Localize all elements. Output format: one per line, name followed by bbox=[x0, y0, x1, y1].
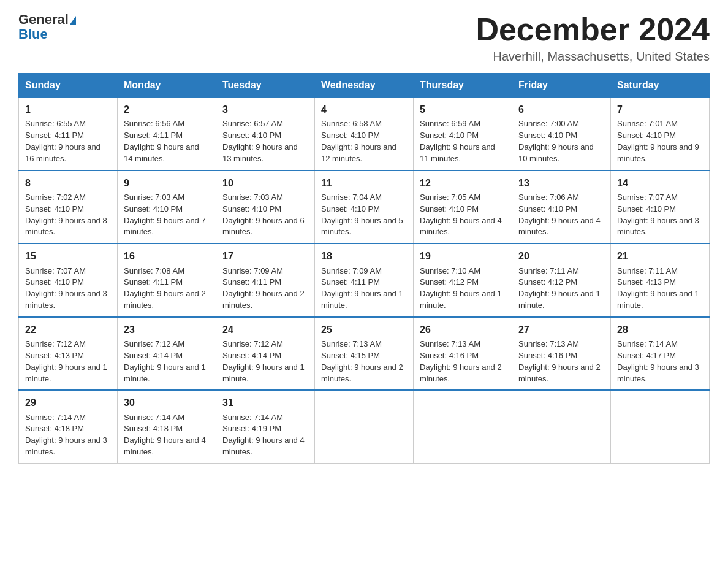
day-sunset: Sunset: 4:10 PM bbox=[420, 204, 479, 213]
day-sunset: Sunset: 4:16 PM bbox=[518, 351, 577, 360]
day-daylight: Daylight: 9 hours and 3 minutes. bbox=[617, 362, 699, 383]
day-sunset: Sunset: 4:11 PM bbox=[321, 277, 380, 286]
days-of-week-row: SundayMondayTuesdayWednesdayThursdayFrid… bbox=[19, 74, 710, 98]
day-number: 19 bbox=[420, 249, 506, 263]
week-row-2: 8 Sunrise: 7:02 AM Sunset: 4:10 PM Dayli… bbox=[19, 170, 710, 244]
calendar-cell: 17 Sunrise: 7:09 AM Sunset: 4:11 PM Dayl… bbox=[216, 243, 315, 317]
day-sunrise: Sunrise: 7:10 AM bbox=[420, 266, 480, 275]
day-daylight: Daylight: 9 hours and 3 minutes. bbox=[25, 289, 107, 310]
day-sunrise: Sunrise: 7:14 AM bbox=[124, 413, 184, 422]
day-daylight: Daylight: 9 hours and 1 minute. bbox=[222, 362, 305, 383]
month-title: December 2024 bbox=[476, 12, 710, 47]
day-number: 29 bbox=[25, 396, 111, 410]
day-daylight: Daylight: 9 hours and 14 minutes. bbox=[124, 142, 199, 163]
day-daylight: Daylight: 9 hours and 1 minute. bbox=[518, 289, 601, 310]
day-sunrise: Sunrise: 7:02 AM bbox=[25, 193, 86, 202]
day-daylight: Daylight: 9 hours and 3 minutes. bbox=[617, 216, 699, 237]
calendar-cell bbox=[414, 390, 512, 463]
calendar-cell: 23 Sunrise: 7:12 AM Sunset: 4:14 PM Dayl… bbox=[118, 317, 216, 391]
day-sunrise: Sunrise: 7:13 AM bbox=[321, 339, 382, 348]
calendar-cell: 29 Sunrise: 7:14 AM Sunset: 4:18 PM Dayl… bbox=[19, 390, 118, 463]
day-number: 30 bbox=[124, 396, 210, 410]
calendar-cell bbox=[512, 390, 611, 463]
day-sunset: Sunset: 4:10 PM bbox=[222, 131, 281, 140]
day-sunset: Sunset: 4:10 PM bbox=[518, 131, 577, 140]
header-saturday: Saturday bbox=[611, 74, 710, 98]
day-sunset: Sunset: 4:17 PM bbox=[617, 351, 676, 360]
calendar-cell: 16 Sunrise: 7:08 AM Sunset: 4:11 PM Dayl… bbox=[118, 243, 216, 317]
day-daylight: Daylight: 9 hours and 2 minutes. bbox=[518, 362, 601, 383]
day-sunrise: Sunrise: 7:14 AM bbox=[25, 413, 86, 422]
calendar-cell: 9 Sunrise: 7:03 AM Sunset: 4:10 PM Dayli… bbox=[118, 170, 216, 244]
day-sunset: Sunset: 4:14 PM bbox=[124, 351, 183, 360]
day-sunset: Sunset: 4:13 PM bbox=[25, 351, 84, 360]
day-daylight: Daylight: 9 hours and 2 minutes. bbox=[222, 289, 305, 310]
calendar-cell bbox=[315, 390, 414, 463]
day-number: 24 bbox=[222, 323, 308, 337]
calendar-cell: 13 Sunrise: 7:06 AM Sunset: 4:10 PM Dayl… bbox=[512, 170, 611, 244]
day-number: 26 bbox=[420, 323, 506, 337]
day-sunset: Sunset: 4:10 PM bbox=[321, 131, 380, 140]
logo-general: General bbox=[18, 12, 69, 27]
calendar-cell: 27 Sunrise: 7:13 AM Sunset: 4:16 PM Dayl… bbox=[512, 317, 611, 391]
day-daylight: Daylight: 9 hours and 8 minutes. bbox=[25, 216, 107, 237]
day-sunrise: Sunrise: 7:09 AM bbox=[321, 266, 382, 275]
day-sunset: Sunset: 4:18 PM bbox=[25, 424, 84, 433]
day-daylight: Daylight: 9 hours and 11 minutes. bbox=[420, 142, 495, 163]
day-sunrise: Sunrise: 7:12 AM bbox=[124, 339, 184, 348]
day-sunset: Sunset: 4:12 PM bbox=[518, 277, 577, 286]
day-number: 5 bbox=[420, 102, 506, 117]
day-sunrise: Sunrise: 6:57 AM bbox=[222, 119, 283, 128]
day-number: 28 bbox=[617, 323, 703, 337]
day-sunset: Sunset: 4:10 PM bbox=[617, 204, 676, 213]
day-daylight: Daylight: 9 hours and 16 minutes. bbox=[25, 142, 100, 163]
day-number: 17 bbox=[222, 249, 308, 263]
day-number: 31 bbox=[222, 396, 308, 410]
day-daylight: Daylight: 9 hours and 2 minutes. bbox=[321, 362, 403, 383]
calendar-cell: 19 Sunrise: 7:10 AM Sunset: 4:12 PM Dayl… bbox=[414, 243, 512, 317]
day-sunrise: Sunrise: 7:14 AM bbox=[617, 339, 678, 348]
day-sunrise: Sunrise: 7:00 AM bbox=[518, 119, 579, 128]
day-number: 8 bbox=[25, 176, 111, 190]
day-daylight: Daylight: 9 hours and 2 minutes. bbox=[420, 362, 502, 383]
day-number: 27 bbox=[518, 323, 604, 337]
day-sunrise: Sunrise: 7:04 AM bbox=[321, 193, 382, 202]
day-daylight: Daylight: 9 hours and 1 minute. bbox=[124, 362, 206, 383]
calendar-cell: 11 Sunrise: 7:04 AM Sunset: 4:10 PM Dayl… bbox=[315, 170, 414, 244]
day-daylight: Daylight: 9 hours and 4 minutes. bbox=[222, 435, 305, 456]
calendar-cell: 31 Sunrise: 7:14 AM Sunset: 4:19 PM Dayl… bbox=[216, 390, 315, 463]
day-daylight: Daylight: 9 hours and 4 minutes. bbox=[420, 216, 502, 237]
day-sunset: Sunset: 4:10 PM bbox=[420, 131, 479, 140]
calendar-cell: 10 Sunrise: 7:03 AM Sunset: 4:10 PM Dayl… bbox=[216, 170, 315, 244]
calendar-cell: 22 Sunrise: 7:12 AM Sunset: 4:13 PM Dayl… bbox=[19, 317, 118, 391]
day-number: 20 bbox=[518, 249, 604, 263]
day-sunrise: Sunrise: 7:01 AM bbox=[617, 119, 678, 128]
day-number: 25 bbox=[321, 323, 407, 337]
day-number: 1 bbox=[25, 102, 111, 117]
calendar-table: SundayMondayTuesdayWednesdayThursdayFrid… bbox=[18, 73, 710, 464]
header-tuesday: Tuesday bbox=[216, 74, 315, 98]
day-sunrise: Sunrise: 7:11 AM bbox=[518, 266, 579, 275]
calendar-cell: 24 Sunrise: 7:12 AM Sunset: 4:14 PM Dayl… bbox=[216, 317, 315, 391]
day-sunrise: Sunrise: 7:05 AM bbox=[420, 193, 480, 202]
day-sunrise: Sunrise: 7:08 AM bbox=[124, 266, 184, 275]
day-sunrise: Sunrise: 7:07 AM bbox=[617, 193, 678, 202]
day-sunset: Sunset: 4:14 PM bbox=[222, 351, 281, 360]
day-daylight: Daylight: 9 hours and 9 minutes. bbox=[617, 142, 699, 163]
calendar-cell: 4 Sunrise: 6:58 AM Sunset: 4:10 PM Dayli… bbox=[315, 98, 414, 170]
day-number: 11 bbox=[321, 176, 407, 190]
day-sunrise: Sunrise: 7:09 AM bbox=[222, 266, 283, 275]
day-number: 14 bbox=[617, 176, 703, 190]
day-number: 4 bbox=[321, 102, 407, 117]
day-sunrise: Sunrise: 7:11 AM bbox=[617, 266, 678, 275]
calendar-cell: 8 Sunrise: 7:02 AM Sunset: 4:10 PM Dayli… bbox=[19, 170, 118, 244]
day-daylight: Daylight: 9 hours and 3 minutes. bbox=[25, 435, 107, 456]
day-sunset: Sunset: 4:11 PM bbox=[124, 277, 183, 286]
day-sunrise: Sunrise: 7:07 AM bbox=[25, 266, 86, 275]
day-number: 3 bbox=[222, 102, 308, 117]
day-sunset: Sunset: 4:19 PM bbox=[222, 424, 281, 433]
week-row-1: 1 Sunrise: 6:55 AM Sunset: 4:11 PM Dayli… bbox=[19, 98, 710, 170]
day-sunset: Sunset: 4:12 PM bbox=[420, 277, 479, 286]
day-daylight: Daylight: 9 hours and 12 minutes. bbox=[321, 142, 396, 163]
day-sunset: Sunset: 4:10 PM bbox=[617, 131, 676, 140]
